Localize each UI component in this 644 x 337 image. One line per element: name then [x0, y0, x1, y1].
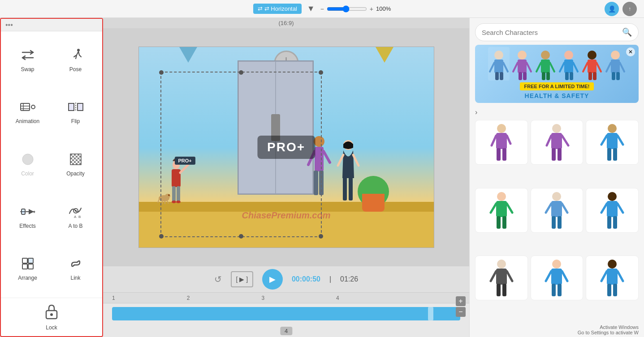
share-button[interactable]: ↑ [622, 2, 637, 16]
svg-rect-86 [616, 72, 620, 80]
tool-arrange[interactable]: Arrange [4, 243, 51, 294]
timeline-scrubber[interactable] [428, 307, 433, 320]
svg-rect-61 [519, 72, 522, 80]
section-expand-button[interactable]: › [470, 107, 644, 118]
svg-rect-106 [496, 201, 507, 217]
dots-menu[interactable]: ••• [5, 21, 13, 29]
char-card-5[interactable] [531, 188, 583, 233]
svg-point-30 [176, 200, 181, 203]
svg-rect-114 [558, 216, 562, 229]
promo-char-6 [605, 47, 626, 81]
promo-characters [475, 45, 639, 83]
flip-tool-icon [68, 100, 84, 116]
char-card-8[interactable] [531, 256, 583, 300]
svg-line-104 [618, 136, 623, 145]
svg-rect-20 [28, 264, 33, 269]
svg-rect-68 [546, 72, 550, 80]
total-time: 01:26 [340, 275, 358, 283]
tool-swap[interactable]: Swap [4, 35, 51, 85]
svg-rect-64 [541, 60, 550, 73]
char-card-7[interactable] [475, 256, 528, 300]
svg-rect-17 [22, 258, 27, 263]
search-icon[interactable]: 🔍 [622, 27, 632, 37]
play-icon: ▶ [269, 274, 276, 284]
svg-rect-112 [551, 201, 562, 217]
svg-line-139 [601, 271, 607, 281]
svg-text:A: A [74, 215, 77, 219]
lock-label: Lock [46, 324, 57, 331]
characters-grid [470, 118, 644, 323]
rewind-button[interactable]: ↺ [214, 274, 222, 285]
user-avatar[interactable]: 👤 [605, 2, 619, 16]
link-tool-icon [69, 256, 83, 273]
svg-rect-74 [570, 72, 573, 80]
top-bar-right: 👤 ↑ [605, 2, 637, 16]
play-button[interactable]: ▶ [262, 269, 283, 290]
tool-flip[interactable]: Flip [52, 87, 99, 138]
svg-rect-101 [607, 148, 611, 161]
tool-lock[interactable]: Lock [1, 298, 102, 336]
svg-point-7 [22, 154, 33, 165]
svg-line-109 [491, 204, 496, 213]
frame-play-button[interactable]: [ ▶ ] [231, 271, 253, 287]
tools-grid: Swap Pose [1, 31, 102, 298]
timeline-ruler: 1 2 3 4 [103, 293, 469, 303]
svg-point-87 [497, 124, 506, 133]
svg-rect-58 [518, 60, 527, 73]
search-input[interactable] [482, 29, 618, 36]
char-card-1[interactable] [475, 120, 528, 165]
svg-rect-1 [21, 103, 30, 111]
char-card-6[interactable] [586, 188, 639, 233]
svg-rect-96 [558, 148, 562, 161]
zoom-value: 100% [376, 5, 391, 12]
svg-rect-42 [319, 171, 324, 195]
svg-point-111 [552, 192, 561, 201]
tool-a-to-b[interactable]: A B A to B [52, 192, 99, 242]
activate-windows-notice: Activate Windows Go to Settings to activ… [470, 323, 644, 337]
char-card-2[interactable] [531, 120, 583, 165]
svg-rect-67 [542, 72, 545, 80]
opacity-tool-icon [69, 152, 83, 169]
char-card-4[interactable] [475, 188, 528, 233]
char-card-9[interactable] [586, 256, 639, 300]
opacity-tool-label: Opacity [66, 171, 85, 177]
character-woman-black[interactable] [335, 138, 361, 214]
promo-char-5 [581, 47, 603, 81]
svg-point-29 [172, 200, 176, 203]
swap-horizontal-button[interactable]: ⇄ ⇄ Horizontal [253, 4, 302, 14]
tool-pose[interactable]: Pose [52, 35, 99, 85]
tool-color[interactable]: Color [4, 139, 51, 190]
svg-line-31 [180, 165, 188, 173]
svg-rect-19 [22, 264, 27, 269]
svg-point-51 [494, 51, 503, 60]
zoom-slider[interactable] [327, 5, 367, 13]
svg-point-39 [314, 136, 324, 147]
tool-opacity[interactable]: Opacity [52, 139, 99, 190]
timeline-zoom-out[interactable]: − [456, 307, 466, 317]
svg-line-71 [560, 63, 564, 72]
svg-rect-108 [502, 216, 506, 229]
promo-close-button[interactable]: ✕ [626, 47, 635, 56]
canvas-frame: PRO+ PRO+ ChiasePremium.com [138, 47, 434, 248]
timeline-area: 1 2 3 4 + − 4 [103, 292, 469, 337]
zoom-minus-icon: − [320, 5, 324, 13]
plant-pot [362, 194, 385, 212]
timeline-zoom-in[interactable]: + [456, 296, 466, 306]
timeline-track[interactable] [112, 307, 460, 320]
char-card-3[interactable] [586, 120, 639, 165]
panel-top-bar: ••• [1, 19, 102, 31]
svg-rect-11 [22, 209, 25, 214]
canvas-wrapper: PRO+ PRO+ ChiasePremium.com [103, 28, 469, 266]
a-to-b-tool-icon: A B [68, 205, 84, 221]
svg-rect-102 [613, 148, 617, 161]
tool-effects[interactable]: ✦ Effects [4, 192, 51, 242]
tool-animation[interactable]: Animation [4, 87, 51, 138]
character-woman-dog[interactable] [156, 142, 196, 214]
elevator-left-door [238, 61, 276, 194]
svg-point-63 [541, 51, 550, 60]
tool-link[interactable]: Link [52, 243, 99, 294]
flip-tool-label: Flip [71, 118, 80, 124]
svg-line-110 [507, 204, 512, 213]
zoom-slider-container: − + 100% [320, 5, 391, 13]
svg-line-103 [601, 136, 607, 145]
